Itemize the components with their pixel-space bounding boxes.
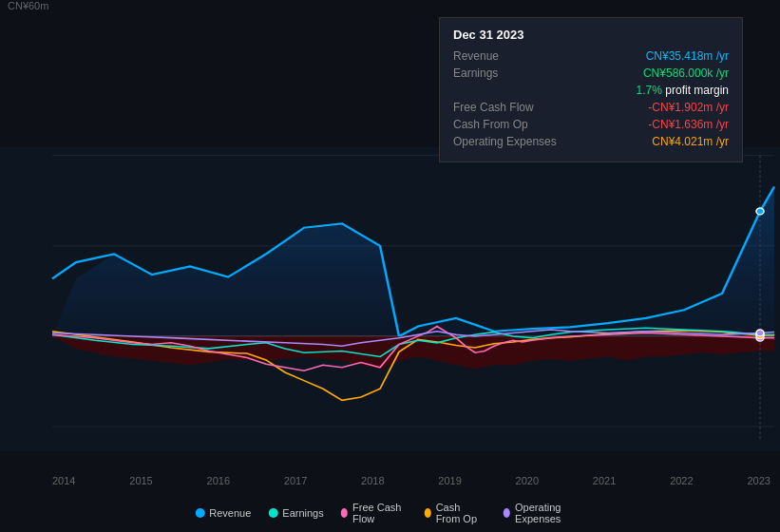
x-label-2023: 2023 [747,475,770,486]
revenue-value: CN¥35.418m /yr [646,49,729,63]
y-axis-top-label: CN¥60m [8,0,48,11]
legend-revenue: Revenue [195,507,251,519]
tooltip-row-revenue: Revenue CN¥35.418m /yr [453,49,729,63]
legend-cashfromop: Cash From Op [424,502,485,524]
legend-earnings: Earnings [268,507,323,519]
legend-label-revenue: Revenue [209,507,251,519]
legend-dot-fcf [341,508,348,518]
cashfromop-label: Cash From Op [453,118,567,131]
earnings-label: Earnings [453,66,567,80]
x-label-2021: 2021 [593,475,616,486]
x-axis: 2014 2015 2016 2017 2018 2019 2020 2021 … [52,475,770,486]
fcf-value: -CN¥1.902m /yr [648,101,729,114]
svg-point-7 [756,208,764,215]
x-label-2016: 2016 [207,475,230,486]
tooltip-panel: Dec 31 2023 Revenue CN¥35.418m /yr Earni… [439,17,743,162]
tooltip-date: Dec 31 2023 [453,28,729,42]
tooltip-row-fcf: Free Cash Flow -CN¥1.902m /yr [453,101,729,114]
legend-fcf: Free Cash Flow [341,502,408,524]
revenue-label: Revenue [453,49,567,63]
chart-svg [0,147,780,451]
x-label-2022: 2022 [670,475,693,486]
legend-label-cashfromop: Cash From Op [436,502,486,524]
tooltip-row-margin: 1.7% profit margin [453,84,729,97]
legend-dot-opex [504,508,510,518]
x-label-2014: 2014 [52,475,75,486]
fcf-label: Free Cash Flow [453,101,567,114]
x-label-2015: 2015 [129,475,152,486]
cashfromop-value: -CN¥1.636m /yr [648,118,729,131]
legend-dot-revenue [195,508,204,518]
x-label-2017: 2017 [284,475,307,486]
legend-label-fcf: Free Cash Flow [352,502,407,524]
tooltip-row-cashfromop: Cash From Op -CN¥1.636m /yr [453,118,729,131]
svg-point-11 [756,330,764,336]
opex-value: CN¥4.021m /yr [652,135,729,148]
tooltip-row-opex: Operating Expenses CN¥4.021m /yr [453,135,729,148]
legend-opex: Operating Expenses [504,502,585,524]
legend-label-earnings: Earnings [282,507,323,519]
margin-value: 1.7% profit margin [637,84,729,97]
x-label-2018: 2018 [361,475,384,486]
legend-dot-earnings [268,508,277,518]
earnings-value: CN¥586.000k /yr [643,66,729,80]
tooltip-row-earnings: Earnings CN¥586.000k /yr [453,66,729,80]
legend-dot-cashfromop [424,508,430,518]
x-label-2019: 2019 [438,475,461,486]
legend-label-opex: Operating Expenses [515,502,585,524]
opex-label: Operating Expenses [453,135,567,148]
chart-legend: Revenue Earnings Free Cash Flow Cash Fro… [195,502,585,524]
x-label-2020: 2020 [516,475,539,486]
